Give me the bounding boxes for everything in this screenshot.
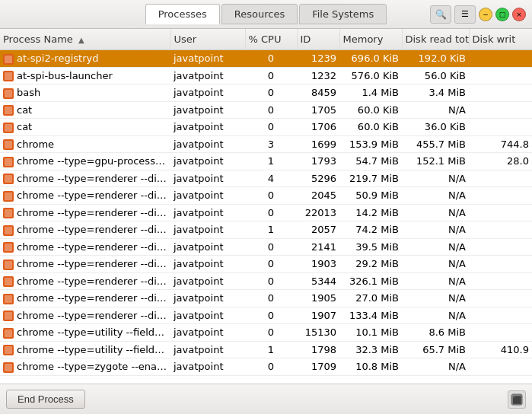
table-row[interactable]: chrome --type=renderer --disabjavatpoint… [0,221,532,239]
cell-user: javatpoint [170,170,245,187]
col-header-diskwrite[interactable]: Disk writ [469,29,532,50]
cell-diskread: N/A [402,204,469,221]
cell-id: 1798 [297,341,339,358]
table-row[interactable]: chrome --type=renderer --disabjavatpoint… [0,238,532,256]
table-row[interactable]: chrome --type=renderer --disabjavatpoint… [0,204,532,221]
cell-process-name: at-spi2-registryd [0,50,170,68]
process-table-body: at-spi2-registrydjavatpoint01239696.0 Ki… [0,50,532,376]
table-row[interactable]: chrome --type=utility --field-trijavatpo… [0,341,532,358]
cell-process-name: chrome [0,135,170,153]
cell-process-name: chrome --type=renderer --disab [0,238,170,256]
process-icon [3,242,14,253]
cell-process-name: bash [0,84,170,102]
cell-process-name: chrome --type=renderer --disab [0,204,170,221]
cell-process-name: cat [0,119,170,136]
cell-user: javatpoint [170,204,245,221]
process-icon [3,276,14,287]
cell-user: javatpoint [170,221,245,239]
process-icon [3,157,14,167]
cell-diskread: N/A [402,358,469,376]
cell-id: 1706 [297,119,339,136]
cell-cpu: 1 [245,221,297,239]
cell-diskread: N/A [402,238,469,256]
table-row[interactable]: chrome --type=renderer --disabjavatpoint… [0,290,532,307]
end-process-button[interactable]: End Process [6,390,85,409]
cell-diskread: N/A [402,307,469,324]
cell-diskwrite [469,119,532,136]
cell-diskwrite [469,238,532,256]
col-header-name[interactable]: Process Name ▲ [0,29,170,50]
maximize-button[interactable]: □ [495,8,509,21]
cell-user: javatpoint [170,119,245,136]
cell-memory: 60.0 KiB [339,101,402,119]
cell-process-name: cat [0,101,170,119]
col-header-memory[interactable]: Memory [339,29,402,50]
cell-user: javatpoint [170,101,245,119]
cell-cpu: 0 [245,290,297,307]
table-row[interactable]: at-spi2-registrydjavatpoint01239696.0 Ki… [0,50,532,68]
table-row[interactable]: chrome --type=renderer --disabjavatpoint… [0,170,532,187]
tab-processes[interactable]: Processes [145,4,220,24]
cell-id: 1903 [297,256,339,273]
process-icon [3,260,14,270]
cell-memory: 576.0 KiB [339,67,402,84]
col-header-cpu[interactable]: % CPU [245,29,297,50]
minimize-button[interactable]: − [479,8,492,21]
close-button[interactable]: × [512,8,526,21]
cell-user: javatpoint [170,358,245,376]
table-row[interactable]: catjavatpoint0170660.0 KiB36.0 KiB [0,119,532,136]
cell-diskread: 56.0 KiB [402,67,469,84]
cell-memory: 54.7 MiB [339,153,402,170]
table-row[interactable]: at-spi-bus-launcherjavatpoint01232576.0 … [0,67,532,84]
cell-id: 1907 [297,307,339,324]
col-header-id[interactable]: ID [297,29,339,50]
table-row[interactable]: chrome --type=renderer --disabjavatpoint… [0,187,532,205]
cell-cpu: 0 [245,101,297,119]
col-header-diskread[interactable]: Disk read tota [402,29,469,50]
process-icon [3,54,14,65]
cell-id: 8459 [297,84,339,102]
process-icon [3,225,14,236]
table-row[interactable]: chromejavatpoint31699153.9 MiB455.7 MiB7… [0,135,532,153]
cell-process-name: chrome --type=utility --field-tri [0,324,170,342]
tab-resources[interactable]: Resources [221,4,298,24]
info-button[interactable]: ⬛ [508,390,526,409]
process-icon [3,362,14,373]
cell-id: 5344 [297,272,339,290]
cell-id: 1905 [297,290,339,307]
table-row[interactable]: chrome --type=gpu-process --fijavatpoint… [0,153,532,170]
cell-process-name: chrome --type=renderer --disab [0,170,170,187]
cell-memory: 74.2 MiB [339,221,402,239]
cell-memory: 27.0 MiB [339,290,402,307]
cell-diskwrite [469,307,532,324]
cell-id: 2057 [297,221,339,239]
tab-bar: Processes Resources File Systems [145,4,387,24]
table-row[interactable]: bashjavatpoint084591.4 MiB3.4 MiB [0,84,532,102]
cell-cpu: 0 [245,204,297,221]
menu-button[interactable]: ☰ [454,5,476,24]
process-icon [3,345,14,355]
table-row[interactable]: chrome --type=renderer --disabjavatpoint… [0,307,532,324]
process-table: Process Name ▲ User % CPU ID Memory Disk… [0,29,532,376]
cell-memory: 39.5 MiB [339,238,402,256]
cell-process-name: chrome --type=gpu-process --fi [0,153,170,170]
tab-filesystems[interactable]: File Systems [299,4,387,24]
cell-id: 1705 [297,101,339,119]
search-button[interactable]: 🔍 [430,5,451,24]
cell-user: javatpoint [170,84,245,102]
process-icon [3,88,14,99]
table-row[interactable]: chrome --type=utility --field-trijavatpo… [0,324,532,342]
cell-id: 5296 [297,170,339,187]
cell-diskwrite: 28.0 [469,153,532,170]
cell-id: 1699 [297,135,339,153]
table-row[interactable]: chrome --type=renderer --disabjavatpoint… [0,272,532,290]
table-row[interactable]: chrome --type=renderer --disabjavatpoint… [0,256,532,273]
cell-diskwrite [469,358,532,376]
table-row[interactable]: catjavatpoint0170560.0 KiBN/A [0,101,532,119]
cell-process-name: chrome --type=renderer --disab [0,221,170,239]
table-row[interactable]: chrome --type=zygote --enable-javatpoint… [0,358,532,376]
cell-process-name: chrome --type=renderer --disab [0,307,170,324]
cell-memory: 326.1 MiB [339,272,402,290]
col-header-user[interactable]: User [170,29,245,50]
cell-diskwrite [469,272,532,290]
